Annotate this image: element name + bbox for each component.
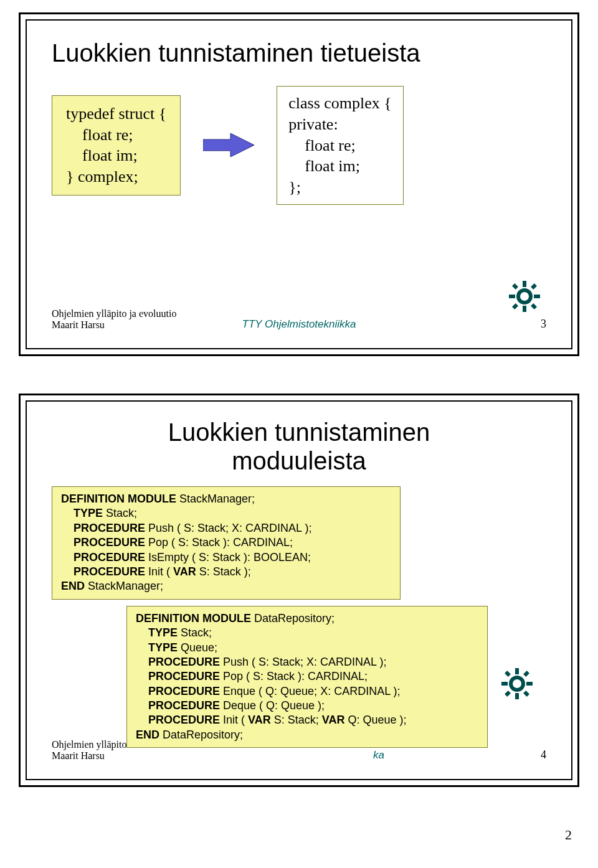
kw: PROCEDURE (136, 670, 220, 682)
svg-rect-4 (509, 295, 515, 298)
txt: StackManager; (176, 493, 255, 505)
footer-center: TTY Ohjelmistotekniikka (52, 318, 546, 331)
txt: Q: Queue ); (344, 714, 406, 726)
txt: Enque ( Q: Queue; X: CARDINAL ); (220, 685, 400, 697)
txt: S: Stack ); (196, 565, 251, 578)
txt: Push ( S: Stack; X: CARDINAL ); (145, 522, 311, 534)
slide-1-outer-frame: Luokkien tunnistaminen tietueista typede… (19, 12, 579, 356)
kw: VAR (173, 565, 196, 578)
kw: DEFINITION MODULE (61, 493, 176, 505)
svg-rect-7 (531, 283, 537, 290)
kw: PROCEDURE (136, 714, 220, 726)
footer-course: Ohjelmien ylläpito ja evoluutio (52, 308, 176, 319)
page: Luokkien tunnistaminen tietueista typede… (0, 0, 598, 849)
kw: PROCEDURE (61, 522, 145, 534)
kw: PROCEDURE (136, 699, 220, 712)
slide-2-outer-frame: Luokkien tunnistaminen moduuleista Oh (19, 394, 579, 787)
txt: DataRepository; (159, 729, 243, 741)
txt: Pop ( S: Stack ): CARDINAL; (220, 670, 368, 682)
kw: DEFINITION MODULE (136, 612, 251, 625)
kw: PROCEDURE (61, 536, 145, 549)
kw: PROCEDURE (136, 685, 220, 697)
slide-2-footer-center-fragment: ka (27, 749, 571, 762)
slide-1-inner-frame: Luokkien tunnistaminen tietueista typede… (26, 19, 572, 349)
code-box-stackmanager: DEFINITION MODULE StackManager; TYPE Sta… (52, 486, 401, 600)
txt: IsEmpty ( S: Stack ): BOOLEAN; (145, 551, 311, 564)
txt: DataRepository; (251, 612, 335, 625)
document-page-number: 2 (565, 827, 572, 843)
txt: Stack; (178, 626, 212, 639)
footer-course-partial: Ohjelmien ylläpito (52, 739, 126, 750)
txt: Queue; (178, 641, 217, 654)
svg-rect-5 (534, 295, 540, 298)
slide-2-title: Luokkien tunnistaminen moduuleista (52, 418, 546, 475)
module-stackmanager-box: DEFINITION MODULE StackManager; TYPE Sta… (52, 486, 546, 600)
txt: Stack; (103, 507, 137, 519)
txt: Pop ( S: Stack ): CARDINAL; (145, 536, 293, 549)
kw: PROCEDURE (136, 656, 220, 668)
kw: PROCEDURE (61, 551, 145, 564)
kw: TYPE (136, 626, 178, 639)
svg-point-1 (518, 290, 531, 303)
code-box-struct: typedef struct { float re; float im; } c… (52, 95, 181, 196)
kw: TYPE (136, 641, 178, 654)
txt: Init ( (145, 565, 173, 578)
txt: Deque ( Q: Queue ); (220, 699, 325, 712)
code-box-class: class complex { private: float re; float… (277, 86, 404, 205)
arrow-right-icon (203, 133, 254, 157)
module-datarepository-box: DEFINITION MODULE DataRepository; TYPE S… (126, 606, 546, 748)
kw: END (61, 580, 85, 592)
kw: END (136, 729, 159, 741)
svg-rect-2 (523, 281, 526, 287)
footer-slide-number: 4 (541, 748, 546, 762)
txt: StackManager; (85, 580, 163, 592)
kw: PROCEDURE (61, 565, 145, 578)
code-box-datarepository: DEFINITION MODULE DataRepository; TYPE S… (126, 606, 488, 748)
kw: VAR (322, 714, 345, 726)
txt: S: Stack; (271, 714, 322, 726)
slide-2-inner-frame: Luokkien tunnistaminen moduuleista Oh (26, 400, 572, 780)
slide-2-title-line2: moduuleista (232, 447, 366, 474)
slide-1-title: Luokkien tunnistaminen tietueista (52, 39, 546, 67)
slide-2-title-line1: Luokkien tunnistaminen (168, 418, 430, 446)
kw: VAR (248, 714, 271, 726)
txt: Push ( S: Stack; X: CARDINAL ); (220, 656, 386, 668)
svg-rect-6 (512, 283, 518, 290)
gear-icon (509, 281, 540, 312)
kw: TYPE (61, 507, 103, 519)
slide-1-footer: Ohjelmien ylläpito ja evoluutio Maarit H… (52, 308, 546, 331)
txt: Init ( (220, 714, 248, 726)
slide-1-code-row: typedef struct { float re; float im; } c… (52, 86, 546, 205)
svg-marker-0 (203, 133, 254, 157)
